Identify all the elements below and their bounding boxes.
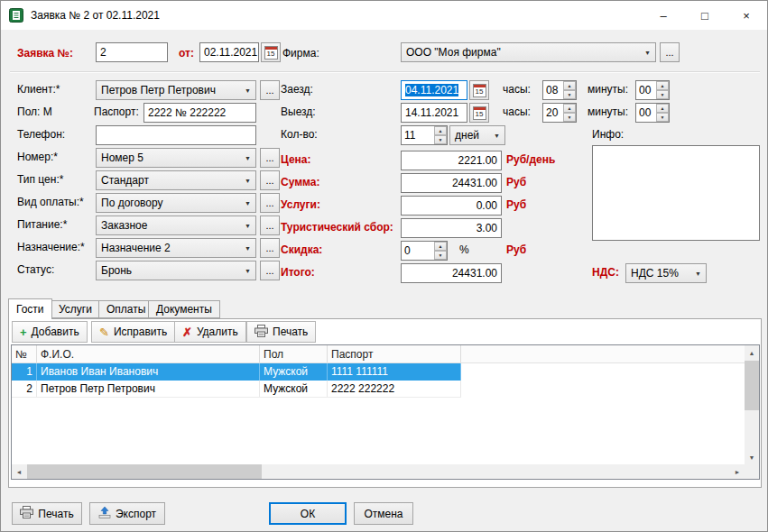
client-label: Клиент:* [17,83,60,96]
horizontal-scrollbar[interactable]: ◄ ► [12,464,745,479]
spinner-buttons: ▲▼ [656,104,669,122]
tab-guests[interactable]: Гости [8,298,52,319]
request-date-input[interactable]: 02.11.2021 [199,42,259,62]
print-list-button[interactable]: Печать [246,321,316,343]
passport-input[interactable]: 2222 № 222222 [143,103,256,123]
vat-combobox[interactable]: НДС 15% ▼ [625,263,707,283]
print-button[interactable]: Печать [12,502,82,525]
price-type-combobox[interactable]: Стандарт ▼ [96,170,256,190]
total-input[interactable]: 24431.00 [401,263,502,283]
request-date-calendar-button[interactable]: 15 [261,42,281,62]
room-ellipsis-button[interactable]: ... [260,148,280,168]
spin-up-icon[interactable]: ▲ [434,126,447,135]
spin-down-icon[interactable]: ▼ [563,90,576,99]
spin-down-icon[interactable]: ▼ [656,90,669,99]
delete-guest-button[interactable]: ✗ Удалить [174,321,246,343]
column-header-name[interactable]: Ф.И.О. [37,345,260,362]
request-no-input[interactable]: 2 [96,42,168,62]
purpose-ellipsis-button[interactable]: ... [260,238,280,258]
scroll-down-icon[interactable]: ▼ [745,450,759,464]
price-type-label: Тип цен:* [17,173,63,186]
add-guest-button[interactable]: + Добавить [12,321,88,343]
phone-input[interactable] [96,125,256,145]
delete-icon: ✗ [182,326,192,338]
tab-payments[interactable]: Оплаты [98,300,153,318]
meal-ellipsis-button[interactable]: ... [260,216,280,235]
client-combobox[interactable]: Петров Петр Петрович ▼ [96,80,256,100]
scroll-up-icon[interactable]: ▲ [745,345,759,360]
column-header-passport[interactable]: Паспорт [328,345,461,362]
purpose-combobox[interactable]: Назначение 2 ▼ [96,238,256,258]
column-header-gender[interactable]: Пол [260,345,328,362]
spin-down-icon[interactable]: ▼ [563,113,576,122]
print-button-label: Печать [38,508,73,520]
cancel-button[interactable]: Отмена [354,502,413,525]
spin-up-icon[interactable]: ▲ [563,104,576,113]
quantity-unit-combobox[interactable]: дней ▼ [449,125,505,145]
info-textarea[interactable] [592,145,760,241]
checkin-date-input[interactable]: 04.11.2021 [401,80,467,100]
tab-services[interactable]: Услуги [51,300,100,318]
status-ellipsis-button[interactable]: ... [260,261,280,280]
spin-down-icon[interactable]: ▼ [434,135,447,144]
scroll-left-icon[interactable]: ◄ [12,464,26,479]
checkout-minutes-spinner[interactable]: 00 ▲▼ [635,103,670,123]
price-type-ellipsis-button[interactable]: ... [260,170,280,190]
checkin-hours-spinner[interactable]: 08 ▲▼ [542,80,577,100]
minimize-button[interactable]: – [643,1,684,30]
close-button[interactable]: × [726,1,767,30]
checkin-minutes-spinner[interactable]: 00 ▲▼ [635,80,670,100]
chevron-down-icon: ▼ [641,50,651,56]
info-label: Инфо: [592,128,624,141]
status-label: Статус: [17,263,54,276]
purpose-value: Назначение 2 [101,242,171,254]
client-ellipsis-button[interactable]: ... [260,80,280,100]
quantity-spinner[interactable]: 11 ▲▼ [401,125,448,145]
checkin-calendar-button[interactable]: 15 [469,80,489,100]
scroll-right-icon[interactable]: ► [730,464,745,479]
tourist-tax-input[interactable]: 3.00 [401,218,502,238]
services-input[interactable]: 0.00 [401,196,502,216]
maximize-button[interactable]: □ [684,1,726,30]
vertical-scroll-thumb[interactable] [745,361,759,410]
price-input[interactable]: 2221.00 [401,151,502,170]
firm-combobox[interactable]: ООО "Моя фирма" ▼ [401,42,656,62]
discount-spinner[interactable]: 0 ▲▼ [401,241,448,261]
checkout-hours-spinner[interactable]: 20 ▲▼ [542,103,577,123]
payment-type-combobox[interactable]: По договору ▼ [96,193,256,213]
ok-button[interactable]: ОК [269,502,347,525]
firm-ellipsis-button[interactable]: ... [660,42,680,62]
spin-down-icon[interactable]: ▼ [434,251,447,260]
caption-buttons: – □ × [643,1,767,30]
spin-up-icon[interactable]: ▲ [563,81,576,90]
app-icon [9,8,23,23]
chevron-down-icon: ▼ [490,133,500,139]
client-value: Петров Петр Петрович [101,84,216,96]
checkout-calendar-button[interactable]: 15 [469,103,489,123]
sum-label: Сумма: [281,176,319,188]
meal-combobox[interactable]: Заказное ▼ [96,216,256,235]
sum-input[interactable]: 24431.00 [401,173,502,193]
spin-up-icon[interactable]: ▲ [434,242,447,251]
column-header-num[interactable]: № [12,345,37,362]
checkin-date-value: 04.11.2021 [405,84,458,96]
vat-label: НДС: [592,266,619,279]
status-combobox[interactable]: Бронь ▼ [96,261,256,280]
vertical-scrollbar[interactable]: ▲ ▼ [745,345,759,464]
spin-down-icon[interactable]: ▼ [656,113,669,122]
room-combobox[interactable]: Номер 5 ▼ [96,148,256,168]
checkout-date-input[interactable]: 14.11.2021 [401,103,467,123]
checkin-hours-label: часы: [503,83,531,96]
spin-up-icon[interactable]: ▲ [656,81,669,90]
guest-row[interactable]: 2 Петров Петр Петрович Мужской 2222 2222… [12,381,461,398]
tab-documents[interactable]: Документы [148,300,220,318]
meal-value: Заказное [101,219,147,232]
payment-type-ellipsis-button[interactable]: ... [260,193,280,213]
price-unit-label: Руб/день [506,153,555,166]
export-button[interactable]: Экспорт [89,502,165,525]
horizontal-scroll-thumb[interactable] [27,464,262,479]
guest-row[interactable]: 1 Иванов Иван Иванович Мужской 1111 1111… [12,363,461,381]
spin-up-icon[interactable]: ▲ [656,104,669,113]
edit-guest-button[interactable]: ✎ Исправить [91,321,175,343]
discount-value: 0 [402,242,434,260]
